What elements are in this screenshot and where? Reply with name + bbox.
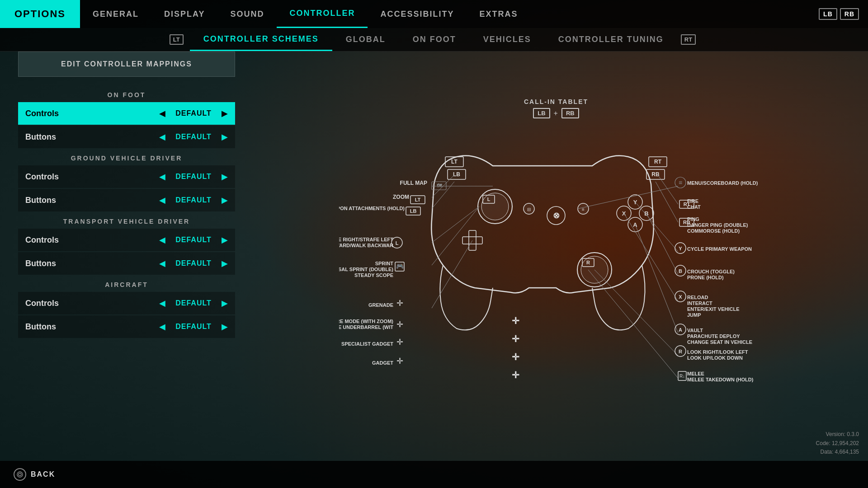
svg-text:MODIFY WEAPON ATTACHMENTS (HOL: MODIFY WEAPON ATTACHMENTS (HOLD): [339, 206, 405, 211]
svg-text:✛: ✛: [512, 334, 519, 344]
svg-text:CYCLE PRIMARY WEAPON: CYCLE PRIMARY WEAPON: [687, 246, 752, 252]
on-foot-controls-left-arrow[interactable]: ◀: [159, 108, 165, 118]
svg-text:'RAVERSAL SPRINT (DOUBLE): 'RAVERSAL SPRINT (DOUBLE): [339, 267, 393, 272]
svg-text:GRENADE: GRENADE: [368, 302, 393, 308]
ac-controls-right-arrow[interactable]: ▶: [222, 298, 228, 308]
nav-sound[interactable]: SOUND: [217, 0, 277, 28]
aircraft-buttons-row[interactable]: Buttons ◀ DEFAULT ▶: [18, 315, 235, 338]
tab-global[interactable]: GLOBAL: [332, 28, 399, 51]
back-button[interactable]: BACK: [14, 468, 55, 481]
svg-text:LB: LB: [410, 208, 417, 214]
nav-extras[interactable]: EXTRAS: [467, 0, 530, 28]
svg-text:🗺: 🗺: [437, 183, 442, 188]
svg-text:PARACHUTE DEPLOY: PARACHUTE DEPLOY: [687, 333, 740, 339]
ac-controls-left-arrow[interactable]: ◀: [159, 298, 165, 308]
transport-vehicle-buttons-arrows: ◀ DEFAULT ▶: [159, 258, 228, 268]
options-tab[interactable]: OPTIONS: [0, 0, 80, 28]
svg-text:A: A: [679, 327, 682, 333]
svg-text:LOOK RIGHT/LOOK LEFT: LOOK RIGHT/LOOK LEFT: [687, 349, 748, 355]
on-foot-buttons-arrows: ◀ DEFAULT ▶: [159, 132, 228, 142]
svg-text:CROUCH (TOGGLE): CROUCH (TOGGLE): [687, 269, 735, 274]
tv-buttons-right-arrow[interactable]: ▶: [222, 258, 228, 268]
svg-text:MENU/SCOREBOARD (HOLD): MENU/SCOREBOARD (HOLD): [687, 180, 758, 186]
gv-buttons-value: DEFAULT: [171, 196, 216, 204]
svg-line-42: [578, 186, 678, 209]
lt-btn-wrap: LT: [166, 28, 190, 51]
lb-badge[interactable]: LB: [819, 8, 837, 20]
svg-text:✛: ✛: [396, 299, 403, 308]
rb-badge[interactable]: RB: [840, 8, 859, 20]
svg-line-50: [588, 270, 678, 378]
svg-text:X: X: [679, 294, 682, 300]
tv-controls-right-arrow[interactable]: ▶: [222, 235, 228, 245]
on-foot-controls-row[interactable]: Controls ◀ DEFAULT ▶: [18, 102, 235, 125]
gv-controls-right-arrow[interactable]: ▶: [222, 172, 228, 182]
aircraft-buttons-label: Buttons: [25, 322, 159, 332]
nav-accessibility[interactable]: ACCESSIBILITY: [368, 0, 467, 28]
ground-vehicle-buttons-row[interactable]: Buttons ◀ DEFAULT ▶: [18, 189, 235, 211]
nav-controller[interactable]: CONTROLLER: [277, 0, 368, 28]
lb-rb-buttons: LB RB: [810, 0, 868, 28]
nav-items: GENERAL DISPLAY SOUND CONTROLLER ACCESSI…: [80, 0, 810, 28]
nav-general[interactable]: GENERAL: [80, 0, 151, 28]
transport-vehicle-controls-arrows: ◀ DEFAULT ▶: [159, 235, 228, 245]
edit-controller-mappings-button[interactable]: EDIT CONTROLLER MAPPINGS: [18, 52, 235, 77]
on-foot-buttons-right-arrow[interactable]: ▶: [222, 132, 228, 142]
svg-text:DANGER PING (DOUBLE): DANGER PING (DOUBLE): [687, 222, 748, 228]
svg-text:MELEE: MELEE: [687, 371, 704, 376]
svg-line-45: [635, 202, 678, 252]
rt-badge[interactable]: RT: [681, 34, 696, 45]
svg-text:COMMOROSE (HOLD): COMMOROSE (HOLD): [687, 228, 740, 234]
svg-text:FULL MAP: FULL MAP: [400, 180, 427, 186]
svg-text:JUMP: JUMP: [687, 312, 701, 318]
on-foot-buttons-label: Buttons: [25, 132, 159, 142]
svg-text:SPECIALIST GADGET: SPECIALIST GADGET: [341, 341, 393, 347]
gv-buttons-right-arrow[interactable]: ▶: [222, 195, 228, 205]
tab-on-foot[interactable]: ON FOOT: [399, 28, 470, 51]
transport-vehicle-buttons-row[interactable]: Buttons ◀ DEFAULT ▶: [18, 252, 235, 275]
lt-badge[interactable]: LT: [170, 34, 184, 45]
tv-controls-left-arrow[interactable]: ◀: [159, 235, 165, 245]
gv-buttons-left-arrow[interactable]: ◀: [159, 195, 165, 205]
svg-text:⊟: ⊟: [527, 207, 531, 212]
on-foot-controls-right-arrow[interactable]: ▶: [222, 108, 228, 118]
gv-controls-left-arrow[interactable]: ◀: [159, 172, 165, 182]
nav-display[interactable]: DISPLAY: [151, 0, 217, 28]
ground-vehicle-controls-row[interactable]: Controls ◀ DEFAULT ▶: [18, 165, 235, 188]
tv-buttons-left-arrow[interactable]: ◀: [159, 258, 165, 268]
tab-controller-tuning[interactable]: CONTROLLER TUNING: [545, 28, 677, 51]
svg-point-3: [481, 193, 509, 220]
aircraft-controls-label: Controls: [25, 299, 159, 308]
data-text: Data: 4,664,135: [816, 448, 859, 456]
ac-buttons-right-arrow[interactable]: ▶: [222, 322, 228, 332]
transport-vehicle-controls-label: Controls: [25, 235, 159, 245]
tab-vehicles[interactable]: VEHICLES: [470, 28, 545, 51]
on-foot-controls-label: Controls: [25, 109, 159, 118]
svg-text:🎮: 🎮: [396, 263, 404, 270]
svg-text:VAULT: VAULT: [687, 328, 703, 333]
on-foot-buttons-row[interactable]: Buttons ◀ DEFAULT ▶: [18, 126, 235, 148]
svg-text:LOOK UP/LOOK DOWN: LOOK UP/LOOK DOWN: [687, 355, 743, 361]
rt-btn-wrap: RT: [677, 28, 702, 51]
on-foot-buttons-value: DEFAULT: [171, 133, 216, 141]
ac-buttons-left-arrow[interactable]: ◀: [159, 322, 165, 332]
ground-vehicle-buttons-label: Buttons: [25, 196, 159, 205]
svg-text:RT: RT: [684, 202, 690, 207]
back-label: BACK: [31, 470, 55, 479]
svg-text:L: L: [487, 197, 491, 202]
code-text: Code: 12,954,202: [816, 439, 859, 448]
aircraft-controls-row[interactable]: Controls ◀ DEFAULT ▶: [18, 292, 235, 314]
svg-text:ENTER/EXIT VEHICLE: ENTER/EXIT VEHICLE: [687, 306, 740, 312]
on-foot-buttons-left-arrow[interactable]: ◀: [159, 132, 165, 142]
transport-vehicle-controls-row[interactable]: Controls ◀ DEFAULT ▶: [18, 229, 235, 251]
svg-text:STEADY SCOPE: STEADY SCOPE: [354, 272, 393, 278]
svg-text:✛: ✛: [512, 370, 519, 380]
sub-navigation: LT CONTROLLER SCHEMES GLOBAL ON FOOT VEH…: [0, 28, 868, 52]
diagram-area: CALL-IN TABLET LB + RB: [244, 52, 868, 461]
svg-text:✛: ✛: [512, 316, 519, 326]
ground-vehicle-buttons-arrows: ◀ DEFAULT ▶: [159, 195, 228, 205]
svg-point-117: [19, 473, 21, 476]
tab-controller-schemes[interactable]: CONTROLLER SCHEMES: [190, 28, 332, 51]
top-navigation: OPTIONS GENERAL DISPLAY SOUND CONTROLLER…: [0, 0, 868, 28]
back-circle-icon: [14, 468, 26, 481]
